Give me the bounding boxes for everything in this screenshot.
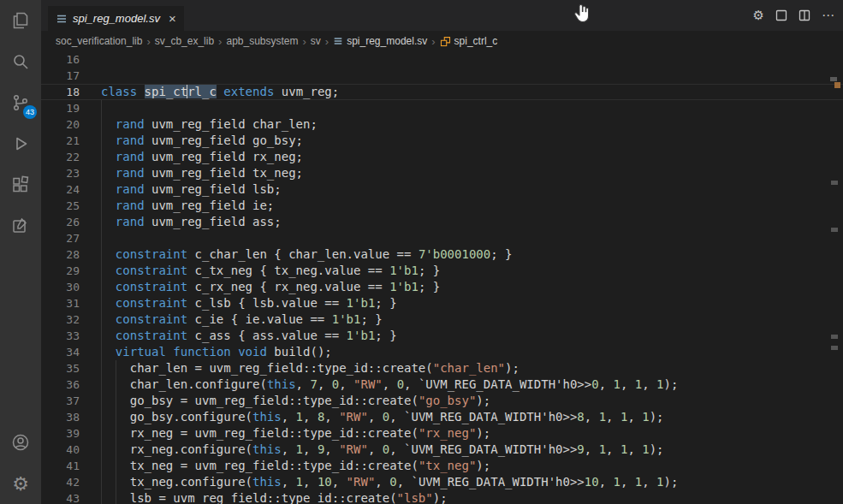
code-line[interactable]: 29 constraint c_tx_neg { tx_neg.value ==… [41, 263, 843, 279]
code-segment: 0 [397, 377, 404, 391]
code-text: rand uvm_reg_field tx_neg; [101, 165, 303, 181]
explorer-icon[interactable] [0, 0, 41, 41]
code-line[interactable]: 23 rand uvm_reg_field tx_neg; [41, 165, 843, 181]
code-line[interactable]: 39 rx_neg = uvm_reg_field::type_id::crea… [41, 425, 843, 442]
code-line[interactable]: 35 char_len = uvm_reg_field::type_id::cr… [41, 360, 843, 377]
overview-cursor-mark [830, 77, 837, 81]
code-segment: "tx_neg" [419, 459, 476, 472]
code-segment: char_len = uvm_reg_field::type_id::creat… [101, 361, 433, 375]
code-line[interactable]: 38 go_bsy.configure(this, 1, 8, "RW", 0,… [41, 409, 843, 425]
code-segment: 1'b1 [389, 280, 419, 294]
code-segment [101, 264, 116, 277]
settings-gear-icon[interactable]: ⚙ [0, 463, 41, 504]
code-text: char_len.configure(this, 7, 0, "RW", 0, … [101, 377, 678, 393]
code-line[interactable]: 22 rand uvm_reg_field rx_neg; [41, 149, 843, 165]
code-line[interactable]: 25 rand uvm_reg_field ie; [41, 198, 843, 214]
code-line[interactable]: 42 tx_neg.configure(this, 1, 10, "RW", 0… [41, 474, 843, 490]
code-segment: uvm_reg_field go_bsy; [145, 133, 303, 147]
code-segment: , [606, 410, 620, 424]
code-line[interactable]: 18class spi_ctrl_c extends uvm_reg; [41, 84, 843, 100]
overview-mark [831, 228, 838, 232]
line-number: 40 [41, 442, 80, 458]
breadcrumb-folder[interactable]: soc_verification_lib [56, 35, 142, 47]
code-segment: 1 [296, 475, 303, 489]
account-icon[interactable] [0, 422, 41, 463]
line-number: 20 [41, 116, 80, 133]
split-editor-icon[interactable] [798, 9, 810, 21]
line-number: 31 [41, 295, 80, 311]
code-line[interactable]: 17 [41, 68, 843, 84]
breadcrumb-folder[interactable]: apb_subsystem [226, 35, 298, 47]
code-text: lsb = uvm_reg_field::type_id::create("ls… [101, 490, 448, 504]
code-line[interactable]: 43 lsb = uvm_reg_field::type_id::create(… [41, 490, 843, 504]
code-segment: c_rx_neg { rx_neg.value == [187, 280, 389, 294]
line-number: 35 [41, 360, 80, 377]
code-line[interactable]: 27 [41, 230, 843, 246]
code-segment: 9 [577, 442, 584, 456]
code-line[interactable]: 28 constraint c_char_len { char_len.valu… [41, 246, 843, 263]
breadcrumb-folder[interactable]: sv_cb_ex_lib [155, 35, 214, 47]
line-number: 18 [41, 84, 80, 100]
search-icon[interactable] [0, 41, 41, 82]
code-text: virtual function void build(); [101, 344, 332, 360]
breadcrumb-folder[interactable]: sv [311, 35, 321, 47]
line-number: 39 [41, 425, 80, 442]
code-line[interactable]: 32 constraint c_ie { ie.value == 1'b1; } [41, 311, 843, 328]
code-segment: extends [223, 85, 274, 98]
source-control-icon[interactable]: 43 [0, 82, 41, 123]
code-line[interactable]: 16 [41, 51, 843, 68]
code-segment: 7 [310, 377, 317, 391]
notebook-edit-icon[interactable] [0, 205, 41, 246]
code-text: rand uvm_reg_field char_len; [101, 116, 318, 133]
line-number: 26 [41, 214, 80, 230]
code-segment: class [101, 85, 137, 98]
code-line[interactable]: 19 [41, 100, 843, 116]
code-line[interactable]: 21 rand uvm_reg_field go_bsy; [41, 133, 843, 149]
code-segment: 0 [383, 410, 389, 424]
code-segment: "go_bsy" [419, 394, 476, 407]
scm-badge: 43 [23, 105, 37, 119]
code-segment: 1 [599, 442, 606, 456]
code-line[interactable]: 41 tx_neg = uvm_reg_field::type_id::crea… [41, 458, 843, 474]
tab-close-icon[interactable]: × [169, 12, 176, 25]
editor-settings-icon[interactable]: ⚙ [753, 8, 764, 23]
code-segment: ; } [419, 280, 440, 294]
code-segment: rand [116, 166, 145, 180]
code-segment: , [599, 377, 614, 391]
code-segment [137, 85, 144, 98]
code-segment: rand [116, 150, 145, 163]
layout-icon[interactable] [775, 9, 787, 21]
code-segment: tx_neg.configure( [101, 475, 252, 489]
code-line[interactable]: 30 constraint c_rx_neg { rx_neg.value ==… [41, 279, 843, 295]
line-number: 41 [41, 458, 80, 474]
code-line[interactable]: 34 virtual function void build(); [41, 344, 843, 360]
extensions-icon[interactable] [0, 164, 41, 205]
code-line[interactable]: 26 rand uvm_reg_field ass; [41, 214, 843, 230]
overview-ruler[interactable] [829, 51, 843, 504]
code-segment: uvm_reg_field ass; [145, 215, 282, 228]
code-text: constraint c_tx_neg { tx_neg.value == 1'… [101, 263, 440, 279]
code-line[interactable]: 24 rand uvm_reg_field lsb; [41, 181, 843, 198]
code-line[interactable]: 37 go_bsy = uvm_reg_field::type_id::crea… [41, 393, 843, 409]
code-line[interactable]: 40 rx_neg.configure(this, 1, 9, "RW", 0,… [41, 442, 843, 458]
code-segment: 7'b0001000 [419, 247, 490, 261]
code-line[interactable]: 36 char_len.configure(this, 7, 0, "RW", … [41, 377, 843, 393]
line-number: 23 [41, 165, 80, 181]
code-segment: , [627, 442, 642, 456]
code-segment: , [620, 475, 635, 489]
code-editor[interactable]: 161718class spi_ctrl_c extends uvm_reg;1… [41, 51, 843, 504]
code-text: rand uvm_reg_field ass; [101, 214, 282, 230]
more-actions-icon[interactable]: ⋯ [822, 8, 834, 23]
code-line[interactable]: 33 constraint c_ass { ass.value == 1'b1;… [41, 328, 843, 344]
code-segment: function [173, 345, 230, 359]
code-segment: , [606, 442, 620, 456]
run-debug-icon[interactable] [0, 123, 41, 164]
code-segment: 1 [296, 442, 303, 456]
tab-spi-reg-model[interactable]: spi_reg_model.sv × [48, 6, 184, 31]
code-segment: uvm_reg_field lsb; [145, 182, 282, 196]
breadcrumb-symbol[interactable]: spi_ctrl_c [440, 35, 498, 47]
line-number: 16 [41, 51, 80, 68]
code-line[interactable]: 20 rand uvm_reg_field char_len; [41, 116, 843, 133]
breadcrumb-file[interactable]: spi_reg_model.sv [333, 35, 427, 47]
code-line[interactable]: 31 constraint c_lsb { lsb.value == 1'b1;… [41, 295, 843, 311]
